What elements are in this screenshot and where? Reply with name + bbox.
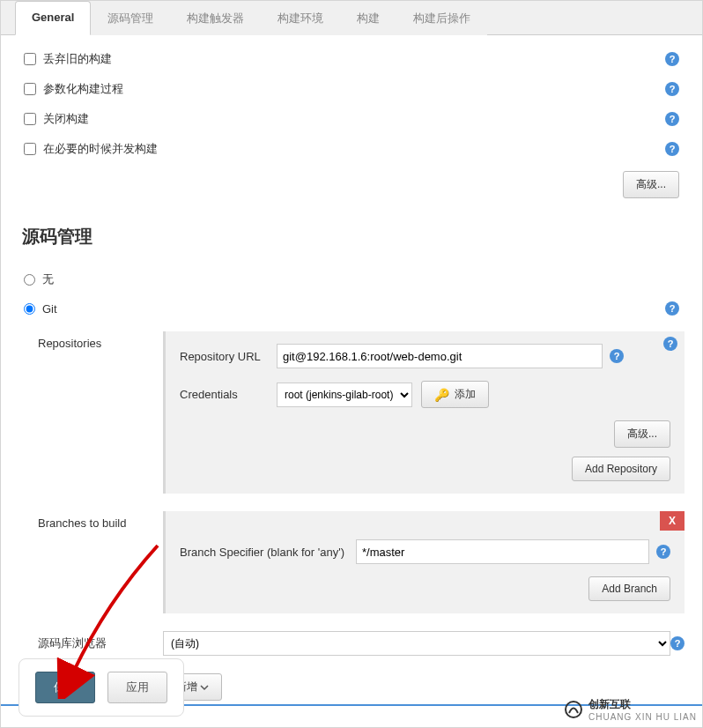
help-icon[interactable]: ? [610,349,624,363]
branch-panel-actions: Add Branch [180,576,670,601]
help-icon[interactable]: ? [665,112,679,126]
brand-name: 创新互联 [588,697,697,712]
browser-label: 源码库浏览器 [38,635,163,651]
advanced-button[interactable]: 高级... [623,171,679,198]
repo-url-row: Repository URL ? [180,344,670,368]
branch-spec-label: Branch Specifier (blank for 'any') [180,546,356,559]
tab-general[interactable]: General [15,1,91,35]
repo-url-input[interactable] [277,344,603,368]
help-icon[interactable]: ? [665,301,679,316]
main-content: 丢弃旧的构建 ? 参数化构建过程 ? 关闭构建 ? 在必要的时候并发构建 ? 高… [1,35,702,728]
branches-panel: X Branch Specifier (blank for 'any') ? A… [163,511,684,613]
add-repository-button[interactable]: Add Repository [572,457,670,481]
scm-none-label[interactable]: 无 [24,271,54,287]
tab-triggers[interactable]: 构建触发器 [170,1,261,35]
param-checkbox[interactable] [24,83,36,95]
row-disable-build: 关闭构建 ? [18,104,684,134]
param-label[interactable]: 参数化构建过程 [24,81,123,97]
credentials-row: Credentials root (jenkins-gilab-root) 🔑 … [180,381,670,408]
footer-logo: 创新互联 CHUANG XIN HU LIAN [564,697,697,722]
branch-spec-row: Branch Specifier (blank for 'any') ? [180,539,670,564]
scm-none-text: 无 [42,271,54,287]
brand-subtitle: CHUANG XIN HU LIAN [588,712,697,722]
repo-panel-actions: 高级... [180,420,670,448]
branches-row: Branches to build X Branch Specifier (bl… [38,502,684,622]
add-credentials-button[interactable]: 🔑 添加 [421,381,489,408]
git-config-block: Repositories ? Repository URL ? Credenti… [38,323,684,709]
scm-section-title: 源码管理 [22,225,684,249]
help-icon[interactable]: ? [670,636,684,650]
disable-label[interactable]: 关闭构建 [24,111,89,127]
disable-checkbox[interactable] [24,113,36,125]
tab-env[interactable]: 构建环境 [261,1,340,35]
help-icon[interactable]: ? [665,52,679,66]
branch-spec-input[interactable] [356,539,649,564]
chevron-down-icon [200,683,209,692]
brand-icon [564,700,583,719]
scm-git-row: Git ? [18,294,684,323]
save-button[interactable]: 保存 [35,672,95,703]
row-parameterized: 参数化构建过程 ? [18,74,684,104]
svg-point-0 [566,702,581,717]
row-concurrent: 在必要的时候并发构建 ? [18,134,684,164]
tab-scm[interactable]: 源码管理 [91,1,170,35]
repositories-row: Repositories ? Repository URL ? Credenti… [38,323,684,502]
discard-old-label[interactable]: 丢弃旧的构建 [24,51,112,67]
tab-build[interactable]: 构建 [340,1,396,35]
scm-git-label[interactable]: Git [24,302,57,316]
concurrent-text: 在必要的时候并发构建 [43,141,158,157]
scm-none-row: 无 [18,264,684,294]
param-text: 参数化构建过程 [43,81,123,97]
concurrent-checkbox[interactable] [24,143,36,155]
repo-url-label: Repository URL [180,350,277,363]
scm-git-radio[interactable] [24,303,35,315]
scm-git-text: Git [42,302,57,316]
repo-panel-actions-2: Add Repository [180,457,670,481]
action-buttons-box: 保存 应用 [18,658,184,717]
discard-old-text: 丢弃旧的构建 [43,51,112,67]
branches-label: Branches to build [38,511,163,530]
help-icon[interactable]: ? [656,545,670,559]
help-icon[interactable]: ? [665,82,679,96]
concurrent-label[interactable]: 在必要的时候并发构建 [24,141,158,157]
scm-none-radio[interactable] [24,274,35,286]
apply-button[interactable]: 应用 [107,672,167,703]
discard-old-checkbox[interactable] [24,53,36,65]
add-cred-text: 添加 [455,387,476,402]
key-icon: 🔑 [434,388,449,402]
disable-text: 关闭构建 [43,111,89,127]
help-icon[interactable]: ? [665,142,679,156]
config-tabs: General 源码管理 构建触发器 构建环境 构建 构建后操作 [1,1,702,35]
row-discard-old: 丢弃旧的构建 ? [18,44,684,74]
repositories-label: Repositories [38,331,163,350]
credentials-select[interactable]: root (jenkins-gilab-root) [277,383,412,407]
repositories-panel: ? Repository URL ? Credentials root (jen… [163,331,684,494]
general-advanced-row: 高级... [18,164,684,202]
tab-post[interactable]: 构建后操作 [396,1,487,35]
credentials-label: Credentials [180,388,277,401]
repo-browser-select[interactable]: (自动) [163,631,670,656]
repo-advanced-button[interactable]: 高级... [614,420,670,448]
delete-branch-button[interactable]: X [660,511,684,531]
add-branch-button[interactable]: Add Branch [588,576,670,601]
brand-text-wrap: 创新互联 CHUANG XIN HU LIAN [588,697,697,722]
help-icon[interactable]: ? [663,337,677,351]
